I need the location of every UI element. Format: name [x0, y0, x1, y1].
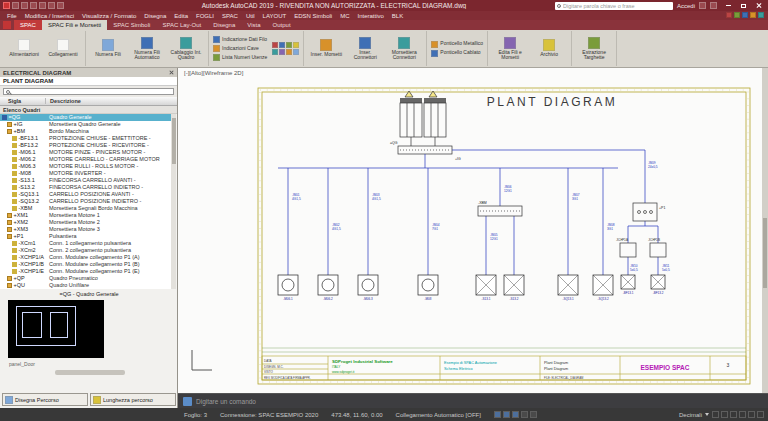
ribbon-tab-spac[interactable]: SPAC [14, 20, 42, 30]
palette-search-input[interactable] [12, 89, 171, 95]
tree-row[interactable]: -XCHP1/EConn. Modulare collegamento P1 (… [0, 268, 171, 275]
status-item[interactable]: Foglio: 3 [184, 412, 207, 418]
snap-icon[interactable] [512, 411, 519, 418]
tree-group-header[interactable]: Elenco Quadri [0, 106, 177, 114]
tree-row[interactable]: -M06.3MOTORE RULLI - ROLLS MOTOR - [0, 163, 171, 170]
palette-close-icon[interactable] [169, 70, 174, 75]
help-search-input[interactable]: Digitare parola chiave o frase [555, 2, 673, 10]
annotation-visibility-icon[interactable] [712, 411, 719, 418]
ribbon-tab-disegna[interactable]: Disegna [207, 20, 241, 30]
close-button[interactable] [751, 0, 766, 11]
tree-row[interactable]: -XCHP1/AConn. Modulare collegamento P1 (… [0, 254, 171, 261]
tree-row[interactable]: -XCm1Conn. 1 collegamento pulsantiera [0, 240, 171, 247]
tool-morsettiera-connettori[interactable]: Morsettiera Connettori [386, 37, 422, 61]
workspace-icon[interactable] [730, 411, 737, 418]
tree-row[interactable]: =QGQuadro Generale [0, 114, 171, 121]
mini-tool-icon[interactable] [293, 42, 299, 48]
command-prompt[interactable]: Digitare un comando [196, 398, 256, 405]
tree-row[interactable]: +P1Pulsantiera [0, 233, 171, 240]
toolbar-icon[interactable] [742, 12, 748, 18]
new-icon[interactable] [12, 2, 19, 9]
mini-tool-icon[interactable] [286, 42, 292, 48]
model-icon[interactable] [494, 411, 501, 418]
ortho-icon[interactable] [521, 411, 528, 418]
draw-path-button[interactable]: Disegna Percorso [2, 393, 88, 406]
isolate-objects-icon[interactable] [748, 411, 755, 418]
menu-visualizza-formato[interactable]: Visualizza / Formato [78, 13, 140, 19]
tree-row[interactable]: -S13.1FINECORSA CARRELLO AVANTI - [0, 177, 171, 184]
column-sigla[interactable]: Sigla [0, 98, 46, 104]
undo-icon[interactable] [48, 2, 55, 9]
toolbar-icon[interactable] [758, 12, 764, 18]
menu-modifica-inserisci[interactable]: Modifica / Inserisci [21, 13, 78, 19]
tree-row[interactable]: -M06.2MOTORE CARRELLO - CARRIAGE MOTOR [0, 156, 171, 163]
tree-row[interactable]: -XBMMorsettiera Segnali Bordo Macchina [0, 205, 171, 212]
mini-tool-icon[interactable] [272, 42, 278, 48]
tool-cablaggio-quadro[interactable]: Cablaggio Int. Quadro [168, 37, 204, 61]
minimize-button[interactable] [721, 0, 736, 11]
chevron-down-icon[interactable] [705, 413, 709, 416]
canvas-scrollbar[interactable] [762, 68, 768, 393]
scrollbar-thumb[interactable] [763, 218, 767, 288]
tree-row[interactable]: -SQ13.2CARRELLO POSIZIONE INDIETRO - [0, 198, 171, 205]
tool-numera-fili[interactable]: Numera Fili [90, 39, 126, 57]
annotation-monitor-icon[interactable] [739, 411, 746, 418]
toolbar-icon[interactable] [726, 12, 732, 18]
ribbon-tab-spac-lay-out[interactable]: SPAC Lay-Out [156, 20, 207, 30]
tree-row[interactable]: -M06.1MOTORE PINZE - PINCERS MOTOR - [0, 149, 171, 156]
palette-title-bar[interactable]: ELECTRICAL DIAGRAM [0, 68, 177, 77]
menu-fogli[interactable]: FOGLI [192, 13, 218, 19]
maximize-button[interactable] [736, 0, 751, 11]
tool-numera-fili-automatico[interactable]: Numera Fili Automatico [129, 37, 165, 61]
tree-row[interactable]: -M08MOTORE INVERTER - [0, 170, 171, 177]
mini-tool-icon[interactable] [286, 49, 292, 55]
menu-layout[interactable]: LAYOUT [259, 13, 291, 19]
units-selector[interactable]: Decimali [679, 412, 702, 418]
menu-interattivo[interactable]: Interattivo [354, 13, 388, 19]
ribbon-tab-output[interactable]: Output [267, 20, 297, 30]
menu-blk[interactable]: BLK [388, 13, 407, 19]
tree-row[interactable]: +XM1Morsettiera Motore 1 [0, 212, 171, 219]
tool-collegamenti[interactable]: Collegamenti [45, 39, 81, 57]
scrollbar-thumb[interactable] [172, 118, 176, 164]
tree-row[interactable]: +QPQuadro Pneumatico [0, 275, 171, 282]
tree-row[interactable]: -S13.2FINECORSA CARRELLO INDIETRO - [0, 184, 171, 191]
panel-preview-image[interactable] [8, 300, 104, 358]
tool-inser-morsetti[interactable]: Inser. Morsetti [308, 39, 344, 57]
ribbon-tab-spac-fili-e-morsetti[interactable]: SPAC Fili e Morsetti [42, 20, 107, 30]
preview-scrollbar[interactable] [55, 370, 125, 375]
status-item[interactable]: 473.48, 11.60, 0.00 [331, 412, 382, 418]
tool-estrazione-targhette[interactable]: Estrazione Targhette [576, 37, 612, 61]
ribbon-tab-vista[interactable]: Vista [241, 20, 266, 30]
ribbon-tab-spac-simboli[interactable]: SPAC Simboli [107, 20, 156, 30]
drawing-viewport[interactable]: [-][Alto][Wireframe 2D] PLANT DIAGRAM [178, 68, 762, 393]
palette-search-box[interactable] [3, 88, 174, 95]
autocad-logo-icon[interactable] [3, 2, 10, 9]
menu-mc[interactable]: MC [336, 13, 353, 19]
tree-scrollbar[interactable] [171, 114, 176, 289]
menu-disegna[interactable]: Disegna [140, 13, 170, 19]
command-tools-icon[interactable] [183, 397, 192, 406]
tool-inser-connettori[interactable]: Inser. Connettori [347, 37, 383, 61]
status-item[interactable]: Connessione: SPAC ESEMPIO 2020 [220, 412, 318, 418]
tree-row[interactable]: +XM3Morsettiera Motore 3 [0, 226, 171, 233]
annotation-scale-icon[interactable] [721, 411, 728, 418]
tree-row[interactable]: +BMBordo Macchina [0, 128, 171, 135]
tree-row[interactable]: -XCHP1/BConn. Modulare collegamento P1 (… [0, 261, 171, 268]
viewport-controls[interactable]: [-][Alto][Wireframe 2D] [184, 70, 243, 76]
menu-edsn-simboli[interactable]: EDSN Simboli [290, 13, 336, 19]
tree-row[interactable]: +QUQuadro Unifilare [0, 282, 171, 289]
tool-alimentazioni[interactable]: Alimentazioni [6, 39, 42, 57]
menu-edita[interactable]: Edita [170, 13, 192, 19]
tree-row[interactable]: +XM2Morsettiera Motore 2 [0, 219, 171, 226]
tool-lista-numeri[interactable]: Lista Numeri Utenze [213, 54, 267, 61]
sign-in-button[interactable]: Accedi [677, 3, 695, 9]
path-length-button[interactable]: Lunghezza percorso [90, 393, 176, 406]
toolbar-icon[interactable] [734, 12, 740, 18]
redo-icon[interactable] [57, 2, 64, 9]
menu-spac[interactable]: SPAC [218, 13, 242, 19]
tool-archivio[interactable]: Archivio [531, 39, 567, 57]
tree-row[interactable]: -XCm2Conn. 2 collegamento pulsantiera [0, 247, 171, 254]
tree-row[interactable]: -SQ13.1CARRELLO POSIZIONE AVANTI - [0, 191, 171, 198]
tool-indicazione-dati-filo[interactable]: Indicazione Dati Filo [213, 36, 267, 43]
